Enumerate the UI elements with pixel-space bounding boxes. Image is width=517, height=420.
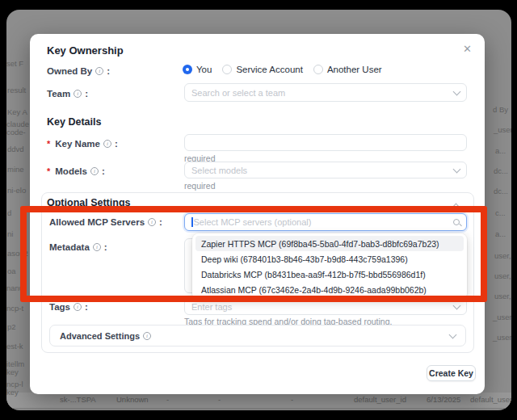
tags-label: Tags i : xyxy=(49,302,88,312)
models-placeholder: Select models xyxy=(191,166,454,175)
text-cursor xyxy=(191,217,193,227)
background-text-fragment: dc... xyxy=(494,187,508,195)
radio-unselected-icon xyxy=(313,65,323,74)
advanced-settings-label: Advanced Settings i xyxy=(60,331,151,341)
advanced-settings-label-text: Advanced Settings xyxy=(60,331,140,341)
radio-unselected-icon xyxy=(222,65,232,74)
mcp-option-deep-wiki[interactable]: Deep wiki (678401b3-8b46-43b7-b9d8-443c7… xyxy=(195,251,464,267)
radio-label: Service Account xyxy=(236,65,302,74)
label-colon: : xyxy=(104,242,107,252)
background-text-fragment: oa xyxy=(7,267,16,275)
info-icon: i xyxy=(93,243,101,251)
key-ownership-modal: Key Ownership ✕ Owned By i : You Service… xyxy=(30,34,485,394)
label-colon: : xyxy=(85,302,88,312)
radio-owned-by-another-user[interactable]: Another User xyxy=(313,65,382,74)
background-text-fragment: d xyxy=(7,208,11,217)
label-colon: : xyxy=(107,66,110,76)
models-select[interactable]: Select models xyxy=(184,162,467,178)
background-text-fragment: a... xyxy=(495,229,506,238)
create-key-button[interactable]: Create Key xyxy=(427,365,476,381)
info-icon: i xyxy=(143,332,151,340)
table-row-divider xyxy=(6,408,511,409)
background-text-fragment: key xyxy=(6,388,19,397)
background-text-fragment: default_user_id xyxy=(354,395,406,404)
mcp-option-atlassian[interactable]: Atlassian MCP (67c3462e-2a4b-4d9b-9246-a… xyxy=(195,282,464,297)
owned-by-label: Owned By i : xyxy=(47,66,110,76)
radio-selected-icon xyxy=(183,65,192,74)
models-label-text: Models xyxy=(55,166,87,176)
background-text-fragment: code- xyxy=(6,128,26,136)
optional-settings-heading[interactable]: Optional Settings xyxy=(47,197,130,208)
background-text-fragment: user, xyxy=(494,251,511,260)
required-asterisk: * xyxy=(47,166,50,176)
background-text-fragment: default_user, xyxy=(470,395,511,404)
background-text-fragment: mine xyxy=(7,165,24,174)
key-details-heading: Key Details xyxy=(47,116,101,128)
chevron-down-icon xyxy=(453,165,461,173)
team-placeholder: Search or select a team xyxy=(191,88,454,98)
close-icon[interactable]: ✕ xyxy=(460,41,475,57)
models-label: * Models i : xyxy=(47,166,105,176)
label-colon: : xyxy=(85,89,88,99)
background-text-fragment: ddvd xyxy=(7,145,24,153)
mcp-servers-placeholder: Select MCP servers (optional) xyxy=(194,217,454,227)
chevron-down-icon xyxy=(453,87,461,95)
background-text-fragment: _user, xyxy=(494,125,511,134)
background-text-fragment: ason2 xyxy=(7,249,28,258)
key-name-label: * Key Name i : xyxy=(47,139,118,149)
background-text-fragment: - xyxy=(166,395,169,404)
background-text-fragment: d By xyxy=(493,105,508,114)
tags-select[interactable]: Enter tags xyxy=(184,298,467,315)
background-text-fragment: est-k xyxy=(6,342,23,351)
metadata-label: Metadata i : xyxy=(49,242,107,252)
mcp-servers-dropdown: Zapier HTTPS MCP (69f8ba45-5ba0-4fd7-bab… xyxy=(192,233,467,300)
tags-label-text: Tags xyxy=(49,302,70,312)
info-icon: i xyxy=(90,167,99,175)
mcp-servers-select[interactable]: Select MCP servers (optional) xyxy=(184,213,467,231)
team-label-text: Team xyxy=(47,89,70,99)
background-text-fragment: ncp-t xyxy=(6,304,23,313)
label-colon: : xyxy=(102,166,105,176)
background-text-fragment: dc... xyxy=(494,166,508,175)
info-icon: i xyxy=(74,303,82,311)
modal-title: Key Ownership xyxy=(47,44,124,57)
radio-owned-by-you[interactable]: You xyxy=(183,65,212,74)
mcp-option-zapier[interactable]: Zapier HTTPS MCP (69f8ba45-5ba0-4fd7-bab… xyxy=(195,236,464,251)
background-text-fragment: nanu xyxy=(6,284,23,292)
background-text-fragment: set F xyxy=(6,59,23,68)
background-text-fragment: user, xyxy=(494,271,511,280)
background-text-fragment: user, xyxy=(494,292,511,300)
background-text-fragment: Unknown xyxy=(116,395,149,404)
team-label: Team i : xyxy=(47,89,88,99)
search-icon xyxy=(453,219,460,225)
background-text-fragment: 6/13/2025 xyxy=(427,395,460,404)
background-text-fragment: a... xyxy=(495,146,506,155)
screenshot-canvas: set FresultKey Aclaudecode-ddvdmineni-el… xyxy=(0,0,517,420)
key-name-input[interactable] xyxy=(184,134,467,151)
background-text-fragment: c... xyxy=(495,208,506,217)
owned-by-radio-group: You Service Account Another User xyxy=(183,65,382,74)
owned-by-label-text: Owned By xyxy=(47,66,92,76)
background-text-fragment: result xyxy=(7,86,26,94)
info-icon: i xyxy=(148,218,156,226)
background-text-fragment: key xyxy=(6,368,19,376)
chevron-down-icon xyxy=(449,330,457,338)
metadata-label-text: Metadata xyxy=(49,242,90,252)
team-select[interactable]: Search or select a team xyxy=(184,83,467,102)
info-icon: i xyxy=(74,90,82,98)
mcp-servers-label-text: Allowed MCP Servers xyxy=(49,217,145,227)
chevron-down-icon xyxy=(453,301,461,309)
tags-placeholder: Enter tags xyxy=(191,302,454,312)
radio-label: Another User xyxy=(327,65,382,74)
radio-owned-by-service-account[interactable]: Service Account xyxy=(222,65,302,74)
radio-label: You xyxy=(196,65,212,74)
models-required-hint: required xyxy=(184,181,216,191)
background-text-fragment: Key A xyxy=(7,107,27,116)
label-colon: : xyxy=(115,139,118,149)
background-text-fragment: p2 xyxy=(7,322,16,331)
mcp-option-databricks[interactable]: Databricks MCP (b8431bea-aa9f-412b-b7f5-… xyxy=(195,267,464,282)
advanced-settings-collapse[interactable]: Advanced Settings i xyxy=(49,325,466,346)
background-text-fragment: sk-...TSPA xyxy=(60,395,96,404)
required-asterisk: * xyxy=(47,139,50,149)
background-text-fragment: ni xyxy=(7,229,13,238)
